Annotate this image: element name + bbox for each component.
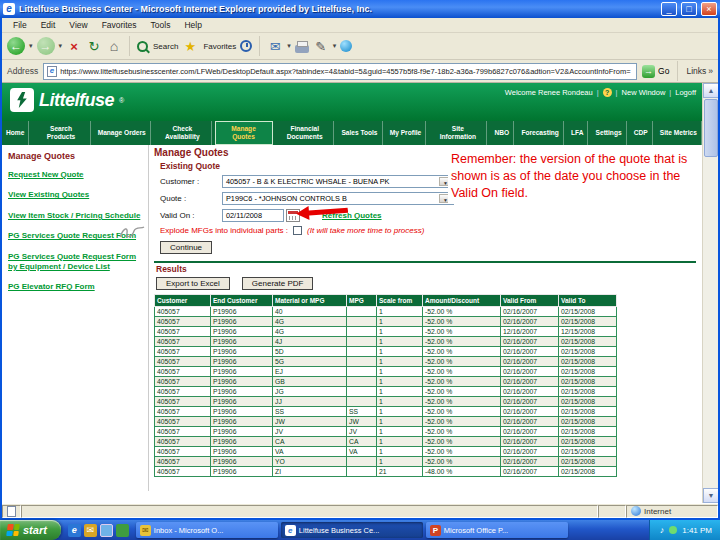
nav-item-cdp[interactable]: CDP xyxy=(630,121,653,145)
show-desktop-icon[interactable] xyxy=(100,524,113,537)
taskbar-task-littelfuse-business-ce[interactable]: eLittelfuse Business Ce... xyxy=(281,522,423,538)
menu-tools[interactable]: Tools xyxy=(144,19,178,31)
nav-item-site-metrics[interactable]: Site Metrics xyxy=(656,121,702,145)
links-menu[interactable]: Links » xyxy=(686,66,713,76)
table-row[interactable]: 405057P19906ZI21-48.00 %02/16/200702/15/… xyxy=(155,467,617,477)
generate-pdf-button[interactable]: Generate PDF xyxy=(242,277,314,290)
network-status-icon[interactable] xyxy=(669,526,677,534)
go-button[interactable]: → Go xyxy=(642,65,669,78)
taskbar-task-microsoft-office-p[interactable]: PMicrosoft Office P... xyxy=(426,522,568,538)
nav-item-lfa[interactable]: LFA xyxy=(567,121,588,145)
table-row[interactable]: 405057P19906JJ1-52.00 %02/16/200702/15/2… xyxy=(155,397,617,407)
back-dropdown-icon[interactable]: ▾ xyxy=(29,42,33,50)
favorites-label[interactable]: Favorites xyxy=(203,42,236,51)
table-row[interactable]: 405057P19906401-52.00 %02/16/200702/15/2… xyxy=(155,307,617,317)
valid-on-input[interactable]: 02/11/2008 xyxy=(222,209,284,222)
table-row[interactable]: 405057P199064G1-52.00 %12/16/200712/15/2… xyxy=(155,327,617,337)
menu-edit[interactable]: Edit xyxy=(34,19,63,31)
continue-button[interactable]: Continue xyxy=(160,241,212,254)
table-cell: CA xyxy=(273,437,347,447)
table-cell: 02/15/2008 xyxy=(559,427,617,437)
table-row[interactable]: 405057P19906JVJV1-52.00 %02/16/200702/15… xyxy=(155,427,617,437)
sidebar-item-request-new-quote[interactable]: Request New Quote xyxy=(8,170,144,180)
volume-icon[interactable]: ♪ xyxy=(660,525,665,535)
table-row[interactable]: 405057P199065D1-52.00 %02/16/200702/15/2… xyxy=(155,347,617,357)
search-icon[interactable] xyxy=(137,41,148,52)
table-cell: 405057 xyxy=(155,417,211,427)
export-to-excel-button[interactable]: Export to Excel xyxy=(156,277,230,290)
mail-icon[interactable]: ✉ xyxy=(267,39,283,54)
nav-item-search-products[interactable]: Search Products xyxy=(33,121,91,145)
sidebar-item-pg-services-quote-request-form-by-equipment-device-list[interactable]: PG Services Quote Request Form by Equipm… xyxy=(8,252,144,273)
nav-item-my-profile[interactable]: My Profile xyxy=(386,121,427,145)
table-row[interactable]: 405057P199064J1-52.00 %02/16/200702/15/2… xyxy=(155,337,617,347)
table-row[interactable]: 405057P19906VAVA1-52.00 %02/16/200702/15… xyxy=(155,447,617,457)
forward-dropdown-icon[interactable]: ▾ xyxy=(59,42,63,50)
table-row[interactable]: 405057P19906CACA1-52.00 %02/16/200702/15… xyxy=(155,437,617,447)
edit-icon[interactable]: ✎ xyxy=(313,39,329,54)
table-row[interactable]: 405057P199065G1-52.00 %02/16/200702/15/2… xyxy=(155,357,617,367)
maximize-button[interactable]: □ xyxy=(681,2,697,16)
table-row[interactable]: 405057P19906JWJW1-52.00 %02/16/200702/15… xyxy=(155,417,617,427)
nav-item-home[interactable]: Home xyxy=(2,121,29,145)
help-icon[interactable]: ? xyxy=(603,88,612,97)
nav-item-settings[interactable]: Settings xyxy=(592,121,627,145)
taskbar-task-inbox-microsoft-o[interactable]: ✉Inbox - Microsoft O... xyxy=(136,522,278,538)
minimize-button[interactable]: _ xyxy=(661,2,677,16)
customer-select[interactable]: 405057 - B & K ELECTRIC WHSALE - BUENA P… xyxy=(222,175,454,188)
menu-view[interactable]: View xyxy=(62,19,94,31)
sidebar-item-pg-elevator-rfq-form[interactable]: PG Elevator RFQ Form xyxy=(8,282,144,292)
print-icon[interactable] xyxy=(295,45,309,53)
favorites-icon[interactable]: ★ xyxy=(182,39,198,54)
refresh-button[interactable]: ↻ xyxy=(86,39,102,54)
menu-file[interactable]: File xyxy=(6,19,34,31)
start-button[interactable]: start xyxy=(0,520,61,540)
scrollbar-thumb[interactable] xyxy=(704,99,718,157)
browser-viewport: Littelfuse ® Welcome Renee Rondeau | ? |… xyxy=(2,83,718,503)
forward-button[interactable]: → xyxy=(37,37,55,55)
table-cell: 405057 xyxy=(155,367,211,377)
nav-item-forecasting[interactable]: Forecasting xyxy=(517,121,563,145)
table-row[interactable]: 405057P19906YO1-52.00 %02/16/200702/15/2… xyxy=(155,457,617,467)
address-input[interactable]: https://www.littelfusebusinesscenter.com… xyxy=(43,63,637,80)
table-cell: -48.00 % xyxy=(423,467,501,477)
ie-quicklaunch-icon[interactable]: e xyxy=(68,524,81,537)
back-button[interactable]: ← xyxy=(7,37,25,55)
sidebar-item-view-existing-quotes[interactable]: View Existing Quotes xyxy=(8,190,144,200)
nav-item-check-availability[interactable]: Check Availability xyxy=(154,121,212,145)
search-label[interactable]: Search xyxy=(153,42,178,51)
table-row[interactable]: 405057P19906SSSS1-52.00 %02/16/200702/15… xyxy=(155,407,617,417)
history-icon[interactable] xyxy=(240,40,252,52)
messenger-icon[interactable] xyxy=(340,40,352,52)
app-quicklaunch-icon[interactable] xyxy=(116,524,129,537)
nav-item-financial-documents[interactable]: Financial Documents xyxy=(276,121,334,145)
new-window-link[interactable]: New Window xyxy=(622,88,666,97)
scroll-up-icon[interactable]: ▲ xyxy=(703,83,719,98)
sidebar-item-view-item-stock-pricing-schedule[interactable]: View Item Stock / Pricing Schedule xyxy=(8,211,144,221)
mail-dropdown-icon[interactable]: ▾ xyxy=(287,42,291,50)
outlook-quicklaunch-icon[interactable]: ✉ xyxy=(84,524,97,537)
explode-checkbox[interactable] xyxy=(293,226,302,235)
table-row[interactable]: 405057P19906EJ1-52.00 %02/16/200702/15/2… xyxy=(155,367,617,377)
table-row[interactable]: 405057P19906JG1-52.00 %02/16/200702/15/2… xyxy=(155,387,617,397)
table-cell xyxy=(347,397,377,407)
table-row[interactable]: 405057P19906GB1-52.00 %02/16/200702/15/2… xyxy=(155,377,617,387)
nav-item-manage-orders[interactable]: Manage Orders xyxy=(94,121,151,145)
table-row[interactable]: 405057P199064G1-52.00 %02/16/200702/15/2… xyxy=(155,317,617,327)
stop-button[interactable]: × xyxy=(66,39,82,54)
nav-item-manage-quotes[interactable]: Manage Quotes xyxy=(215,121,273,145)
close-button[interactable]: × xyxy=(701,2,717,16)
vertical-scrollbar[interactable]: ▲ ▼ xyxy=(702,83,718,503)
edit-dropdown-icon[interactable]: ▾ xyxy=(333,42,337,50)
nav-item-site-information[interactable]: Site Information xyxy=(429,121,487,145)
home-button[interactable]: ⌂ xyxy=(106,38,122,54)
nav-item-sales-tools[interactable]: Sales Tools xyxy=(337,121,382,145)
nav-item-nbo[interactable]: NBO xyxy=(491,121,515,145)
logoff-link[interactable]: Logoff xyxy=(675,88,696,97)
scroll-down-icon[interactable]: ▼ xyxy=(703,488,719,503)
menu-favorites[interactable]: Favorites xyxy=(95,19,144,31)
table-cell: 5G xyxy=(273,357,347,367)
table-cell: 405057 xyxy=(155,337,211,347)
menu-help[interactable]: Help xyxy=(177,19,208,31)
table-cell: 405057 xyxy=(155,397,211,407)
